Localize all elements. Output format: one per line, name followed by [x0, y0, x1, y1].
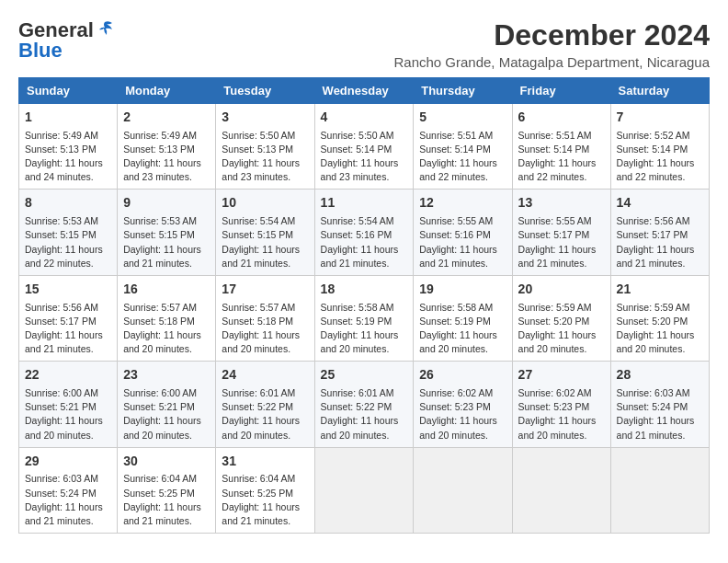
day-info: Sunrise: 6:01 AM Sunset: 5:22 PM Dayligh… [222, 386, 308, 442]
day-number: 27 [518, 366, 605, 385]
day-cell-23: 23Sunrise: 6:00 AM Sunset: 5:21 PM Dayli… [118, 362, 216, 447]
subtitle: Rancho Grande, Matagalpa Department, Nic… [393, 54, 710, 70]
day-info: Sunrise: 5:51 AM Sunset: 5:14 PM Dayligh… [419, 129, 506, 185]
column-header-saturday: Saturday [610, 78, 709, 104]
calendar-header-row: SundayMondayTuesdayWednesdayThursdayFrid… [19, 78, 710, 104]
day-cell-5: 5Sunrise: 5:51 AM Sunset: 5:14 PM Daylig… [414, 104, 512, 190]
day-cell-20: 20Sunrise: 5:59 AM Sunset: 5:20 PM Dayli… [512, 275, 610, 361]
column-header-wednesday: Wednesday [314, 78, 414, 104]
day-cell-7: 7Sunrise: 5:52 AM Sunset: 5:14 PM Daylig… [610, 104, 709, 190]
day-number: 22 [25, 366, 111, 385]
week-row-4: 22Sunrise: 6:00 AM Sunset: 5:21 PM Dayli… [19, 362, 710, 447]
day-cell-10: 10Sunrise: 5:54 AM Sunset: 5:15 PM Dayli… [216, 190, 314, 275]
day-info: Sunrise: 6:02 AM Sunset: 5:23 PM Dayligh… [518, 386, 605, 442]
day-info: Sunrise: 5:56 AM Sunset: 5:17 PM Dayligh… [25, 301, 111, 357]
day-number: 12 [419, 194, 506, 213]
day-number: 30 [123, 453, 210, 471]
day-cell-24: 24Sunrise: 6:01 AM Sunset: 5:22 PM Dayli… [216, 362, 314, 447]
day-cell-empty [414, 447, 512, 533]
day-number: 28 [617, 366, 703, 385]
day-info: Sunrise: 5:59 AM Sunset: 5:20 PM Dayligh… [518, 301, 605, 357]
day-number: 18 [321, 281, 408, 299]
day-number: 4 [321, 109, 408, 127]
day-number: 1 [25, 109, 111, 127]
day-cell-19: 19Sunrise: 5:58 AM Sunset: 5:19 PM Dayli… [414, 275, 512, 361]
day-cell-empty [314, 447, 414, 533]
day-info: Sunrise: 5:55 AM Sunset: 5:17 PM Dayligh… [518, 214, 605, 270]
day-info: Sunrise: 5:50 AM Sunset: 5:13 PM Dayligh… [222, 129, 308, 185]
day-cell-18: 18Sunrise: 5:58 AM Sunset: 5:19 PM Dayli… [314, 275, 414, 361]
day-info: Sunrise: 5:59 AM Sunset: 5:20 PM Dayligh… [617, 301, 703, 357]
day-cell-21: 21Sunrise: 5:59 AM Sunset: 5:20 PM Dayli… [610, 275, 709, 361]
day-cell-2: 2Sunrise: 5:49 AM Sunset: 5:13 PM Daylig… [118, 104, 216, 190]
day-cell-11: 11Sunrise: 5:54 AM Sunset: 5:16 PM Dayli… [314, 190, 414, 275]
month-title: December 2024 [393, 18, 710, 52]
column-header-monday: Monday [118, 78, 216, 104]
day-cell-3: 3Sunrise: 5:50 AM Sunset: 5:13 PM Daylig… [216, 104, 314, 190]
day-info: Sunrise: 6:00 AM Sunset: 5:21 PM Dayligh… [123, 386, 210, 442]
day-cell-6: 6Sunrise: 5:51 AM Sunset: 5:14 PM Daylig… [512, 104, 610, 190]
day-info: Sunrise: 6:01 AM Sunset: 5:22 PM Dayligh… [321, 386, 408, 442]
day-info: Sunrise: 5:55 AM Sunset: 5:16 PM Dayligh… [419, 214, 506, 270]
logo-bird-icon [96, 18, 116, 39]
day-number: 9 [123, 194, 210, 213]
day-number: 26 [419, 366, 506, 385]
day-info: Sunrise: 5:50 AM Sunset: 5:14 PM Dayligh… [321, 129, 408, 185]
week-row-1: 1Sunrise: 5:49 AM Sunset: 5:13 PM Daylig… [19, 104, 710, 190]
day-info: Sunrise: 5:58 AM Sunset: 5:19 PM Dayligh… [321, 301, 408, 357]
day-number: 8 [25, 194, 111, 213]
column-header-thursday: Thursday [414, 78, 512, 104]
day-cell-26: 26Sunrise: 6:02 AM Sunset: 5:23 PM Dayli… [414, 362, 512, 447]
day-cell-1: 1Sunrise: 5:49 AM Sunset: 5:13 PM Daylig… [19, 104, 118, 190]
week-row-3: 15Sunrise: 5:56 AM Sunset: 5:17 PM Dayli… [19, 275, 710, 361]
day-number: 13 [518, 194, 605, 213]
day-cell-13: 13Sunrise: 5:55 AM Sunset: 5:17 PM Dayli… [512, 190, 610, 275]
day-number: 11 [321, 194, 408, 213]
logo: General Blue [18, 18, 116, 63]
day-info: Sunrise: 5:54 AM Sunset: 5:15 PM Dayligh… [222, 214, 308, 270]
column-header-tuesday: Tuesday [216, 78, 314, 104]
day-number: 14 [617, 194, 703, 213]
day-number: 5 [419, 109, 506, 127]
day-cell-15: 15Sunrise: 5:56 AM Sunset: 5:17 PM Dayli… [19, 275, 118, 361]
day-number: 29 [25, 453, 111, 471]
day-info: Sunrise: 5:57 AM Sunset: 5:18 PM Dayligh… [123, 301, 210, 357]
day-cell-14: 14Sunrise: 5:56 AM Sunset: 5:17 PM Dayli… [610, 190, 709, 275]
day-info: Sunrise: 5:53 AM Sunset: 5:15 PM Dayligh… [123, 214, 210, 270]
day-number: 3 [222, 109, 308, 127]
day-number: 24 [222, 366, 308, 385]
day-info: Sunrise: 5:52 AM Sunset: 5:14 PM Dayligh… [617, 129, 703, 185]
day-cell-31: 31Sunrise: 6:04 AM Sunset: 5:25 PM Dayli… [216, 447, 314, 533]
day-cell-4: 4Sunrise: 5:50 AM Sunset: 5:14 PM Daylig… [314, 104, 414, 190]
day-info: Sunrise: 6:03 AM Sunset: 5:24 PM Dayligh… [25, 472, 111, 528]
day-cell-9: 9Sunrise: 5:53 AM Sunset: 5:15 PM Daylig… [118, 190, 216, 275]
day-number: 6 [518, 109, 605, 127]
day-number: 16 [123, 281, 210, 299]
column-header-sunday: Sunday [19, 78, 118, 104]
page-header: General Blue December 2024 Rancho Grande… [18, 18, 710, 70]
day-cell-16: 16Sunrise: 5:57 AM Sunset: 5:18 PM Dayli… [118, 275, 216, 361]
day-cell-27: 27Sunrise: 6:02 AM Sunset: 5:23 PM Dayli… [512, 362, 610, 447]
day-number: 2 [123, 109, 210, 127]
day-info: Sunrise: 5:56 AM Sunset: 5:17 PM Dayligh… [617, 214, 703, 270]
day-info: Sunrise: 6:04 AM Sunset: 5:25 PM Dayligh… [123, 472, 210, 528]
day-number: 31 [222, 453, 308, 471]
column-header-friday: Friday [512, 78, 610, 104]
day-number: 21 [617, 281, 703, 299]
day-info: Sunrise: 5:49 AM Sunset: 5:13 PM Dayligh… [123, 129, 210, 185]
title-block: December 2024 Rancho Grande, Matagalpa D… [393, 18, 710, 70]
day-number: 19 [419, 281, 506, 299]
day-info: Sunrise: 6:00 AM Sunset: 5:21 PM Dayligh… [25, 386, 111, 442]
day-cell-25: 25Sunrise: 6:01 AM Sunset: 5:22 PM Dayli… [314, 362, 414, 447]
day-cell-17: 17Sunrise: 5:57 AM Sunset: 5:18 PM Dayli… [216, 275, 314, 361]
day-number: 7 [617, 109, 703, 127]
day-cell-empty [512, 447, 610, 533]
day-info: Sunrise: 5:57 AM Sunset: 5:18 PM Dayligh… [222, 301, 308, 357]
day-number: 20 [518, 281, 605, 299]
day-cell-29: 29Sunrise: 6:03 AM Sunset: 5:24 PM Dayli… [19, 447, 118, 533]
logo-blue-text: Blue [18, 39, 63, 63]
day-info: Sunrise: 5:54 AM Sunset: 5:16 PM Dayligh… [321, 214, 408, 270]
day-number: 25 [321, 366, 408, 385]
day-cell-22: 22Sunrise: 6:00 AM Sunset: 5:21 PM Dayli… [19, 362, 118, 447]
day-cell-empty [610, 447, 709, 533]
